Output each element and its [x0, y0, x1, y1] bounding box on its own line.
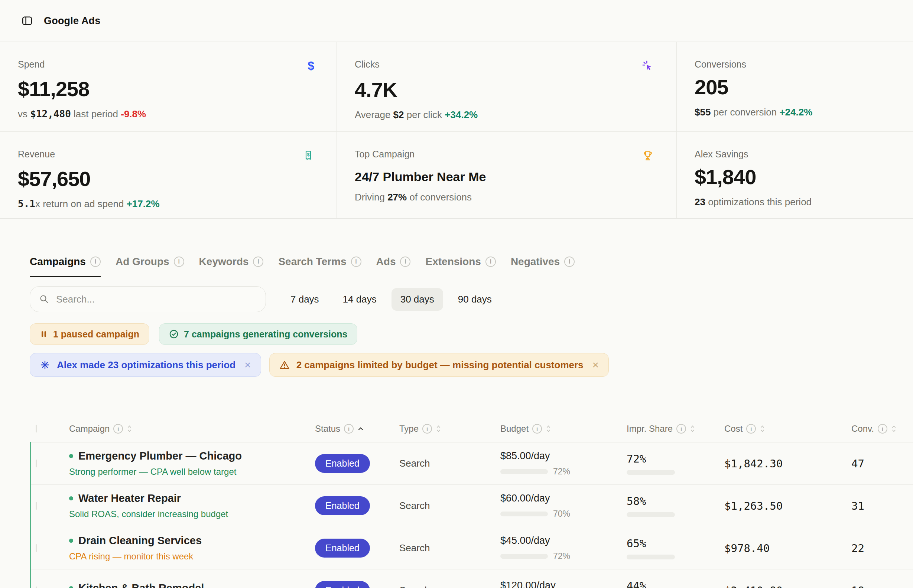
campaign-cell[interactable]: Emergency Plumber — Chicago Strong perfo… — [69, 450, 315, 477]
budget-cell: $120.00/day — [500, 580, 626, 588]
range-14-days[interactable]: 14 days — [334, 288, 385, 311]
info-icon[interactable] — [532, 424, 542, 434]
info-icon[interactable] — [113, 424, 123, 434]
table-row[interactable]: Emergency Plumber — Chicago Strong perfo… — [31, 442, 913, 485]
sort-icon[interactable] — [436, 424, 441, 434]
tab-negatives[interactable]: Negatives — [511, 256, 575, 277]
kpi-label: Spend — [18, 59, 45, 70]
row-checkbox[interactable] — [36, 460, 37, 467]
column-header-status[interactable]: Status — [315, 423, 399, 434]
conv-cell: 47 — [851, 457, 913, 470]
info-icon[interactable] — [423, 424, 432, 434]
budget-pacing-bar — [500, 469, 548, 474]
column-header-impr-share[interactable]: Impr. Share — [626, 423, 724, 434]
sidebar-toggle-button[interactable] — [21, 15, 33, 26]
impr-share-cell: 72% — [626, 452, 724, 475]
search-box[interactable] — [30, 286, 266, 312]
impr-share-bar — [626, 554, 675, 559]
status-badge[interactable]: Enabled — [315, 454, 370, 473]
kpi-label: Revenue — [18, 149, 55, 160]
range-30-days[interactable]: 30 days — [392, 288, 443, 311]
info-icon[interactable] — [351, 257, 361, 267]
column-header-cost[interactable]: Cost — [724, 423, 851, 434]
info-icon[interactable] — [486, 257, 496, 267]
pacing-label: 72% — [553, 467, 570, 477]
search-input[interactable] — [55, 293, 257, 305]
row-checkbox[interactable] — [36, 544, 37, 552]
close-icon[interactable]: × — [590, 359, 599, 370]
campaign-cell[interactable]: Drain Cleaning Services CPA rising — mon… — [69, 535, 315, 562]
cost-cell: $1,263.50 — [724, 500, 851, 512]
range-7-days[interactable]: 7 days — [282, 288, 328, 311]
column-header-conv[interactable]: Conv. — [851, 423, 913, 434]
info-icon[interactable] — [344, 424, 354, 434]
sort-icon[interactable] — [891, 424, 897, 434]
kpi-label: Top Campaign — [355, 149, 414, 160]
alex-optimizations-chip: Alex made 23 optimizations this period × — [30, 353, 261, 377]
table-header-row: Campaign Status Type Budget Impr. Share … — [30, 415, 913, 442]
status-dot — [69, 454, 73, 458]
range-90-days[interactable]: 90 days — [449, 288, 501, 311]
sort-asc-icon[interactable] — [357, 426, 364, 431]
paused-campaigns-badge[interactable]: 1 paused campaign — [30, 323, 149, 345]
column-header-budget[interactable]: Budget — [500, 423, 626, 434]
info-icon[interactable] — [677, 424, 686, 434]
campaign-note: Strong performer — CPA well below target — [69, 467, 315, 477]
info-icon[interactable] — [253, 257, 263, 267]
delta-badge: +17.2% — [127, 198, 160, 209]
tab-search-terms[interactable]: Search Terms — [278, 256, 361, 277]
impr-share-value: 72% — [626, 452, 724, 465]
sort-icon[interactable] — [127, 424, 132, 434]
sort-icon[interactable] — [546, 424, 551, 434]
status-badge[interactable]: Enabled — [315, 496, 370, 515]
kpi-subtext: Average $2 per click +34.2% — [355, 109, 654, 121]
trophy-icon — [641, 150, 654, 162]
check-circle-icon — [169, 329, 179, 339]
campaign-cell[interactable]: Kitchen & Bath Remodel — [69, 582, 315, 588]
kpi-card-top-campaign: Top Campaign 24/7 Plumber Near Me Drivin… — [337, 132, 677, 218]
close-icon[interactable]: × — [242, 359, 251, 370]
tab-campaigns[interactable]: Campaigns — [30, 256, 101, 277]
sparkle-icon — [40, 360, 50, 370]
pacing-label: 70% — [553, 509, 570, 519]
date-range-group: 7 days 14 days 30 days 90 days — [282, 288, 501, 311]
tab-extensions[interactable]: Extensions — [425, 256, 495, 277]
info-icon[interactable] — [746, 424, 756, 434]
info-icon[interactable] — [174, 257, 184, 267]
sort-icon[interactable] — [759, 424, 765, 434]
campaign-cell[interactable]: Water Heater Repair Solid ROAS, consider… — [69, 492, 315, 519]
entity-tabs: Campaigns Ad Groups Keywords Search Term… — [30, 256, 913, 277]
conv-cell: 18 — [851, 584, 913, 588]
row-checkbox[interactable] — [36, 586, 37, 588]
table-row[interactable]: Water Heater Repair Solid ROAS, consider… — [31, 485, 913, 527]
kpi-card-spend: Spend $ $11,258 vs $12,480 last period -… — [0, 42, 337, 132]
page-title: Google Ads — [44, 15, 101, 27]
warning-triangle-icon — [279, 360, 290, 370]
budget-warning-label: 2 campaigns limited by budget — missing … — [296, 359, 584, 371]
kpi-card-conversions: Conversions 205 $55 per conversion +24.2… — [677, 42, 913, 132]
kpi-subtext: 23 optimizations this period — [694, 196, 913, 208]
tab-ads[interactable]: Ads — [376, 256, 411, 277]
table-row[interactable]: Drain Cleaning Services CPA rising — mon… — [31, 527, 913, 569]
budget-cell: $85.00/day 72% — [500, 450, 626, 477]
delta-badge: +34.2% — [445, 109, 478, 120]
tab-ad-groups[interactable]: Ad Groups — [115, 256, 184, 277]
tab-keywords[interactable]: Keywords — [199, 256, 264, 277]
info-icon[interactable] — [90, 257, 101, 267]
select-all-checkbox[interactable] — [36, 425, 37, 433]
kpi-card-alex-savings: Alex Savings $1,840 23 optimizations thi… — [677, 132, 913, 218]
info-icon[interactable] — [564, 257, 575, 267]
info-icon[interactable] — [400, 257, 410, 267]
column-header-campaign[interactable]: Campaign — [69, 423, 315, 434]
row-checkbox[interactable] — [36, 502, 37, 510]
status-badge[interactable]: Enabled — [315, 581, 370, 588]
pacing-label: 72% — [553, 551, 570, 561]
info-icon[interactable] — [878, 424, 887, 434]
converting-campaigns-badge[interactable]: 7 campaigns generating conversions — [159, 323, 357, 345]
column-header-type[interactable]: Type — [399, 423, 500, 434]
status-dot — [69, 539, 73, 543]
type-cell: Search — [399, 542, 500, 554]
table-row[interactable]: Kitchen & Bath Remodel Enabled Search $1… — [31, 569, 913, 588]
status-badge[interactable]: Enabled — [315, 539, 370, 557]
sort-icon[interactable] — [690, 424, 695, 434]
